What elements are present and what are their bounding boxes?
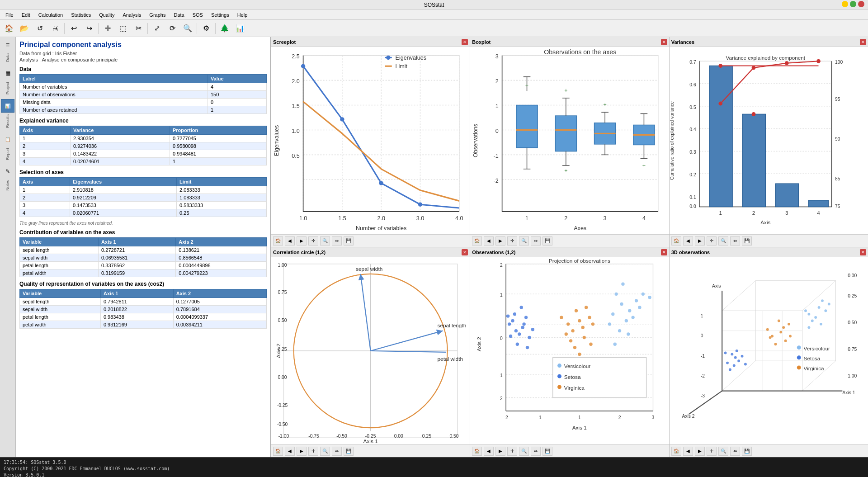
- sidebar-item-report[interactable]: 📋: [1, 132, 14, 146]
- corr-save[interactable]: 💾: [344, 447, 354, 456]
- screeplot-close[interactable]: ✕: [462, 39, 468, 45]
- screeplot-zoom[interactable]: 🔍: [320, 236, 330, 246]
- menu-file[interactable]: File: [2, 11, 17, 19]
- obs-back[interactable]: ◀: [484, 447, 494, 456]
- menu-statistics[interactable]: Statistics: [67, 11, 94, 19]
- variances-zoom[interactable]: 🔍: [718, 236, 728, 246]
- menu-help[interactable]: Help: [234, 11, 251, 19]
- toolbar-open[interactable]: 📂: [17, 22, 32, 35]
- boxplot-back[interactable]: ◀: [484, 236, 494, 246]
- obs3d-back[interactable]: ◀: [683, 447, 693, 456]
- svg-text:95: 95: [835, 97, 840, 102]
- obs3d-footer: 🏠 ◀ ▶ ✛ 🔍 ⇔ 💾: [670, 444, 868, 457]
- svg-point-190: [506, 314, 509, 317]
- toolbar-settings[interactable]: ⚙: [199, 22, 213, 35]
- toolbar-cut[interactable]: ✂: [131, 22, 146, 35]
- screeplot-home[interactable]: 🏠: [273, 236, 283, 246]
- boxplot-adjust[interactable]: ⇔: [531, 236, 541, 246]
- menu-analysis[interactable]: Analysis: [119, 11, 145, 19]
- svg-point-195: [588, 316, 591, 319]
- svg-text:75: 75: [835, 204, 840, 209]
- obs3d-move[interactable]: ✛: [707, 447, 717, 456]
- variances-move[interactable]: ✛: [707, 236, 717, 246]
- obs-save[interactable]: 💾: [542, 447, 552, 456]
- variances-save[interactable]: 💾: [742, 236, 752, 246]
- toolbar-undo[interactable]: ↩: [66, 22, 81, 35]
- screeplot-move[interactable]: ✛: [308, 236, 318, 246]
- menu-quality[interactable]: Quality: [95, 11, 118, 19]
- variances-back[interactable]: ◀: [683, 236, 693, 246]
- menu-sos[interactable]: SOS: [189, 11, 207, 19]
- correlation-close[interactable]: ✕: [462, 249, 468, 255]
- maximize-btn[interactable]: [850, 1, 856, 7]
- obs-move[interactable]: ✛: [507, 447, 517, 456]
- boxplot-zoom[interactable]: 🔍: [519, 236, 529, 246]
- svg-point-267: [807, 313, 810, 316]
- toolbar-refresh[interactable]: ↺: [33, 22, 47, 35]
- screeplot-save[interactable]: 💾: [344, 236, 354, 246]
- boxplot-home[interactable]: 🏠: [472, 236, 482, 246]
- svg-text:Cumulative ratio of explained : Cumulative ratio of explained variance: [670, 101, 675, 180]
- variances-home[interactable]: 🏠: [671, 236, 681, 246]
- minimize-btn[interactable]: [842, 1, 848, 7]
- menu-edit[interactable]: Edit: [18, 11, 34, 19]
- sidebar-item-notes[interactable]: ✎: [1, 165, 14, 178]
- correlation-title: Correlation circle (1,2): [273, 250, 462, 255]
- variances-close[interactable]: ✕: [860, 39, 866, 45]
- corr-move[interactable]: ✛: [308, 447, 318, 456]
- obs-adjust[interactable]: ⇔: [531, 447, 541, 456]
- obs3d-adjust[interactable]: ⇔: [730, 447, 740, 456]
- corr-adjust[interactable]: ⇔: [332, 447, 342, 456]
- svg-point-198: [565, 332, 568, 335]
- boxplot-save[interactable]: 💾: [542, 236, 552, 246]
- toolbar-rotate[interactable]: ⟳: [165, 22, 179, 35]
- boxplot-forward[interactable]: ▶: [495, 236, 505, 246]
- toolbar-select[interactable]: ⬚: [116, 22, 130, 35]
- menu-calculation[interactable]: Calculation: [35, 11, 66, 19]
- toolbar-zoom[interactable]: 🔍: [180, 22, 195, 35]
- svg-point-176: [523, 322, 526, 326]
- screeplot-forward[interactable]: ▶: [297, 236, 307, 246]
- toolbar-chart1[interactable]: 🌲: [217, 22, 232, 35]
- toolbar-new[interactable]: 🏠: [2, 22, 16, 35]
- toolbar-move[interactable]: ⤢: [150, 22, 164, 35]
- screeplot-back[interactable]: ◀: [285, 236, 295, 246]
- observations-close[interactable]: ✕: [661, 249, 667, 255]
- svg-text:0.2: 0.2: [689, 172, 696, 177]
- variances-adjust[interactable]: ⇔: [730, 236, 740, 246]
- corr-zoom[interactable]: 🔍: [320, 447, 330, 456]
- menu-settings[interactable]: Settings: [208, 11, 233, 19]
- toolbar-print[interactable]: 🖨: [48, 22, 62, 35]
- corr-home[interactable]: 🏠: [273, 447, 283, 456]
- svg-text:-1: -1: [701, 354, 705, 359]
- svg-point-260: [766, 328, 769, 331]
- close-btn[interactable]: [858, 1, 864, 7]
- corr-back[interactable]: ◀: [285, 447, 295, 456]
- svg-point-259: [784, 340, 787, 342]
- obs3d-close[interactable]: ✕: [860, 249, 866, 255]
- obs3d-home[interactable]: 🏠: [671, 447, 681, 456]
- variances-header: Variances ✕: [670, 37, 868, 47]
- toolbar-redo[interactable]: ↪: [82, 22, 96, 35]
- boxplot-move[interactable]: ✛: [507, 236, 517, 246]
- toolbar: 🏠 📂 ↺ 🖨 ↩ ↪ ✛ ⬚ ✂ ⤢ ⟳ 🔍 ⚙ 🌲 📊: [0, 20, 868, 37]
- sidebar-item-results[interactable]: 📊: [1, 99, 14, 113]
- obs3d-forward[interactable]: ▶: [695, 447, 705, 456]
- toolbar-cursor[interactable]: ✛: [100, 22, 115, 35]
- corr-forward[interactable]: ▶: [297, 447, 307, 456]
- obs3d-save[interactable]: 💾: [742, 447, 752, 456]
- boxplot-close[interactable]: ✕: [661, 39, 667, 45]
- obs-home[interactable]: 🏠: [472, 447, 482, 456]
- sidebar-item-data[interactable]: ≡: [1, 38, 14, 52]
- toolbar-chart2[interactable]: 📊: [233, 22, 247, 35]
- obs-zoom[interactable]: 🔍: [519, 447, 529, 456]
- obs3d-zoom[interactable]: 🔍: [718, 447, 728, 456]
- screeplot-adjust[interactable]: ⇔: [332, 236, 342, 246]
- sidebar-item-project[interactable]: ▦: [1, 66, 14, 80]
- variances-forward[interactable]: ▶: [695, 236, 705, 246]
- menu-graphs[interactable]: Graphs: [146, 11, 169, 19]
- obs-forward[interactable]: ▶: [495, 447, 505, 456]
- svg-text:Axis: Axis: [760, 219, 770, 225]
- menu-data[interactable]: Data: [170, 11, 188, 19]
- svg-text:4: 4: [817, 210, 820, 216]
